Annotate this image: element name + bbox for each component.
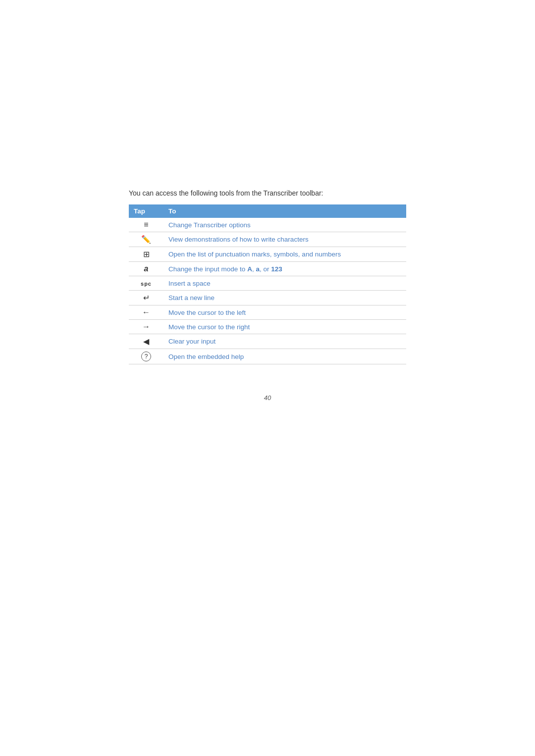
tap-icon-clear: ◀ bbox=[129, 334, 163, 349]
table-row: ↵ Start a new line bbox=[129, 291, 406, 305]
tap-icon-left: ← bbox=[129, 305, 163, 320]
action-text: Change Transcriber options bbox=[163, 218, 406, 232]
table-header-row: Tap To bbox=[129, 204, 406, 218]
col-header-to: To bbox=[163, 204, 406, 218]
intro-text: You can access the following tools from … bbox=[129, 188, 406, 199]
tap-icon-mode: a bbox=[129, 262, 163, 276]
right-arrow-icon: → bbox=[142, 322, 150, 331]
toolbar-table: Tap To ≡ Change Transcriber options ✏️ V… bbox=[129, 204, 406, 364]
table-row: ? Open the embedded help bbox=[129, 349, 406, 364]
tap-icon-grid: ⊞ bbox=[129, 247, 163, 262]
return-icon: ↵ bbox=[143, 294, 150, 302]
tap-icon-options: ≡ bbox=[129, 218, 163, 232]
spc-icon: spc bbox=[141, 281, 152, 287]
action-text: Start a new line bbox=[163, 291, 406, 305]
help-icon: ? bbox=[141, 352, 151, 361]
tap-icon-help: ? bbox=[129, 349, 163, 364]
table-row: ◀ Clear your input bbox=[129, 334, 406, 349]
table-row: a Change the input mode to A, a, or 123 bbox=[129, 262, 406, 276]
action-text: View demonstrations of how to write char… bbox=[163, 232, 406, 247]
tap-icon-right: → bbox=[129, 320, 163, 334]
table-row: spc Insert a space bbox=[129, 276, 406, 291]
action-text: Open the list of punctuation marks, symb… bbox=[163, 247, 406, 262]
tap-icon-newline: ↵ bbox=[129, 291, 163, 305]
table-row: ⊞ Open the list of punctuation marks, sy… bbox=[129, 247, 406, 262]
backspace-icon: ◀ bbox=[143, 337, 149, 346]
lines-icon: ≡ bbox=[144, 220, 148, 229]
grid-icon: ⊞ bbox=[143, 250, 150, 258]
action-text-mode: Change the input mode to A, a, or 123 bbox=[163, 262, 406, 276]
mode-123: 123 bbox=[271, 265, 282, 273]
action-text: Open the embedded help bbox=[163, 349, 406, 364]
writing-icon: ✏️ bbox=[141, 235, 151, 244]
table-row: ✏️ View demonstrations of how to write c… bbox=[129, 232, 406, 247]
action-text: Clear your input bbox=[163, 334, 406, 349]
action-text: Insert a space bbox=[163, 276, 406, 291]
action-text: Move the cursor to the left bbox=[163, 305, 406, 320]
table-row: ≡ Change Transcriber options bbox=[129, 218, 406, 232]
table-row: ← Move the cursor to the left bbox=[129, 305, 406, 320]
mode-A: A bbox=[247, 265, 252, 273]
letter-a-icon: a bbox=[144, 264, 149, 273]
page-content: You can access the following tools from … bbox=[129, 188, 406, 402]
mode-a: a bbox=[256, 265, 260, 273]
tap-icon-demo: ✏️ bbox=[129, 232, 163, 247]
action-text: Move the cursor to the right bbox=[163, 320, 406, 334]
col-header-tap: Tap bbox=[129, 204, 163, 218]
table-row: → Move the cursor to the right bbox=[129, 320, 406, 334]
tap-icon-space: spc bbox=[129, 276, 163, 291]
page-number: 40 bbox=[129, 394, 406, 402]
left-arrow-icon: ← bbox=[142, 308, 150, 316]
